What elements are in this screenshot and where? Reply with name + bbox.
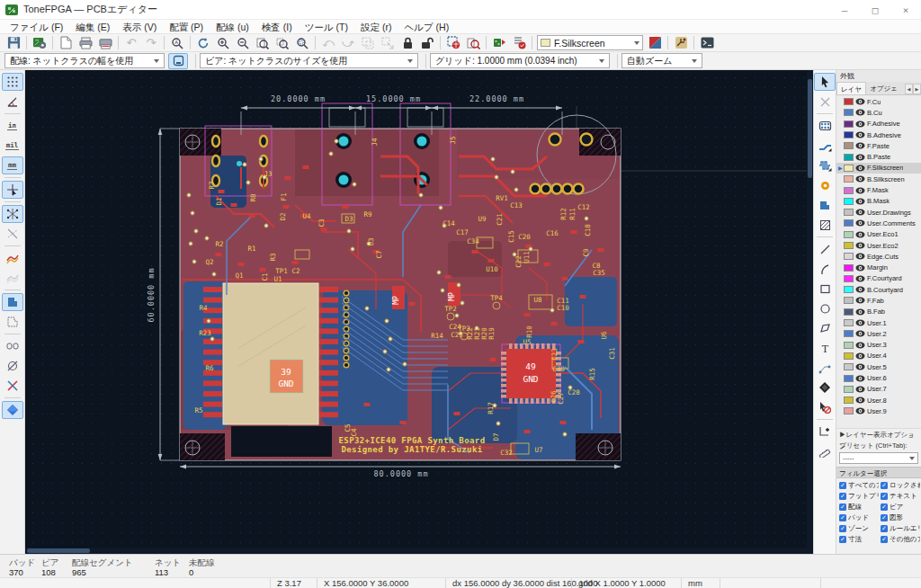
net-color-mode-icon[interactable]	[2, 269, 23, 287]
layer-color-swatch[interactable]	[844, 154, 854, 161]
add-leader-icon[interactable]	[814, 359, 836, 377]
menu-item-8[interactable]: ヘルプ (H)	[398, 20, 455, 34]
layer-visibility-eye-icon[interactable]	[855, 264, 865, 272]
tab-objects[interactable]: オブジェクト	[866, 82, 905, 94]
pad-sketch-mode-icon[interactable]	[2, 337, 23, 355]
layer-color-swatch[interactable]	[844, 386, 854, 393]
menu-item-5[interactable]: 検査 (I)	[255, 20, 299, 34]
footprint-checks-icon[interactable]	[509, 35, 529, 51]
menu-item-6[interactable]: ツール (T)	[299, 20, 354, 34]
via-sketch-mode-icon[interactable]	[2, 357, 23, 375]
close-button[interactable]: ×	[890, 0, 921, 20]
tabs-scroll-left-icon[interactable]: ◀	[905, 84, 913, 94]
checkbox-checked-icon[interactable]: ✓	[839, 503, 846, 511]
layer-row-F.Silkscreen[interactable]: ▶F.Silkscreen	[836, 163, 921, 174]
vscroll-thumb[interactable]	[808, 79, 812, 178]
layer-row-Edge.Cuts[interactable]: Edge.Cuts	[836, 251, 921, 262]
layer-row-User.8[interactable]: User.8	[836, 395, 921, 405]
layer-visibility-eye-icon[interactable]	[855, 253, 865, 260]
layer-color-swatch[interactable]	[844, 198, 854, 205]
hscroll-thumb[interactable]	[27, 548, 90, 553]
board-setup-icon[interactable]	[30, 35, 49, 51]
add-rule-area-icon[interactable]	[814, 216, 836, 234]
layer-row-User.5[interactable]: User.5	[836, 361, 921, 372]
route-tracks-icon[interactable]	[814, 137, 836, 155]
update-footprints-icon[interactable]	[489, 35, 509, 51]
units-mils-icon[interactable]: mil	[2, 137, 23, 155]
filter-item-r-1[interactable]: ✓テキスト	[879, 491, 920, 502]
layer-selector[interactable]: F.Silkscreen	[537, 35, 643, 50]
layer-visibility-eye-icon[interactable]	[855, 242, 865, 249]
draw-line-icon[interactable]	[814, 240, 836, 258]
layer-color-swatch[interactable]	[844, 209, 854, 216]
inspect-drc-icon[interactable]	[463, 35, 483, 51]
origin-tool-icon[interactable]	[814, 423, 836, 441]
net-highlight-icon[interactable]	[2, 249, 23, 267]
filter-item-l-2[interactable]: ✓配線	[837, 502, 879, 512]
measure-tool-icon[interactable]	[814, 442, 836, 460]
checkbox-checked-icon[interactable]: ✓	[881, 503, 888, 511]
select-tool-icon[interactable]	[814, 73, 836, 91]
tune-length-icon[interactable]	[814, 156, 836, 174]
layer-color-swatch[interactable]	[844, 109, 854, 116]
refresh-icon[interactable]	[193, 35, 213, 51]
layer-row-User.3[interactable]: User.3	[836, 340, 921, 351]
layer-row-B.Silkscreen[interactable]: B.Silkscreen	[836, 174, 921, 184]
menu-item-1[interactable]: 編集 (E)	[69, 20, 116, 34]
filter-item-l-0[interactable]: ✓すべてのアイテム	[837, 480, 879, 491]
layer-row-User.Eco2[interactable]: User.Eco2	[836, 240, 921, 251]
layer-row-Margin[interactable]: Margin	[836, 262, 921, 272]
menu-item-2[interactable]: 表示 (V)	[116, 20, 163, 34]
layer-color-swatch[interactable]	[844, 375, 854, 382]
layer-color-swatch[interactable]	[844, 219, 854, 227]
zoom-objects-icon[interactable]	[273, 35, 292, 51]
layer-color-swatch[interactable]	[844, 231, 854, 238]
layer-color-swatch[interactable]	[844, 98, 854, 105]
add-via-icon[interactable]	[814, 176, 836, 194]
layer-color-swatch[interactable]	[844, 242, 854, 249]
layer-visibility-eye-icon[interactable]	[855, 297, 865, 304]
checkbox-checked-icon[interactable]: ✓	[881, 493, 888, 500]
layer-visibility-eye-icon[interactable]	[855, 98, 865, 105]
draw-arc-icon[interactable]	[814, 260, 836, 278]
layer-color-swatch[interactable]	[844, 396, 854, 404]
layer-visibility-eye-icon[interactable]	[855, 352, 865, 360]
layer-color-swatch[interactable]	[844, 165, 854, 172]
minimize-button[interactable]: –	[829, 0, 860, 20]
layer-row-User.2[interactable]: User.2	[836, 328, 921, 339]
layer-visibility-eye-icon[interactable]	[855, 142, 865, 149]
layer-color-swatch[interactable]	[844, 253, 854, 260]
add-dimension-icon[interactable]	[814, 379, 836, 396]
filter-item-l-1[interactable]: ✓フットプリント	[837, 491, 879, 502]
layer-visibility-eye-icon[interactable]	[855, 120, 865, 128]
canvas-vscrollbar[interactable]	[807, 70, 813, 548]
track-sketch-mode-icon[interactable]	[2, 377, 23, 395]
layer-row-B.Cu[interactable]: B.Cu	[836, 107, 921, 118]
layer-row-User.1[interactable]: User.1	[836, 317, 921, 328]
layer-row-F.Mask[interactable]: F.Mask	[836, 184, 921, 195]
filter-item-r-3[interactable]: ✓図形	[879, 512, 920, 523]
add-text-icon[interactable]: T	[814, 339, 836, 357]
draw-polygon-icon[interactable]	[814, 319, 836, 337]
checkbox-checked-icon[interactable]: ✓	[881, 514, 888, 521]
layer-visibility-eye-icon[interactable]	[855, 396, 865, 404]
rotate-cw-icon[interactable]: ⤻	[338, 35, 358, 51]
tab-layers[interactable]: レイヤー	[836, 82, 866, 94]
layer-visibility-eye-icon[interactable]	[855, 109, 865, 116]
layer-visibility-eye-icon[interactable]	[855, 386, 865, 393]
layer-color-swatch[interactable]	[844, 120, 854, 128]
layer-color-swatch[interactable]	[844, 175, 854, 183]
layer-color-swatch[interactable]	[844, 308, 854, 316]
draw-rectangle-icon[interactable]	[814, 280, 836, 298]
checkbox-checked-icon[interactable]: ✓	[839, 482, 846, 489]
add-footprint-icon[interactable]	[814, 117, 836, 135]
layer-visibility-eye-icon[interactable]	[855, 209, 865, 216]
grid-select[interactable]: グリッド: 1.0000 mm (0.0394 inch)	[430, 53, 610, 68]
layer-visibility-eye-icon[interactable]	[855, 187, 865, 194]
rotate-ccw-icon[interactable]: ⤺	[318, 35, 338, 51]
layer-visibility-eye-icon[interactable]	[855, 375, 865, 382]
zone-outline-mode-icon[interactable]	[2, 313, 23, 331]
layer-visibility-eye-icon[interactable]	[855, 231, 865, 238]
plot-icon[interactable]	[95, 35, 115, 51]
checkbox-checked-icon[interactable]: ✓	[881, 482, 888, 489]
